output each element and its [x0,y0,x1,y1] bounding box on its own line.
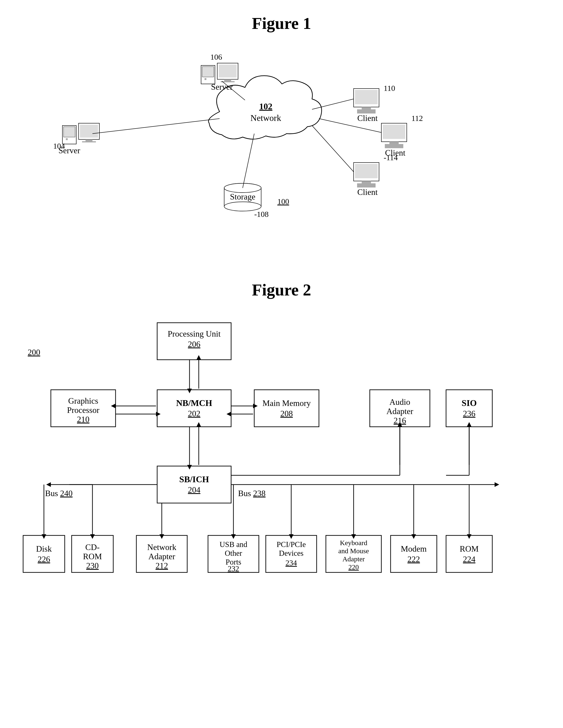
svg-rect-27 [355,90,378,104]
svg-rect-78 [157,466,231,503]
svg-rect-15 [219,65,237,77]
svg-text:ROM: ROM [460,544,479,553]
svg-text:102: 102 [259,101,272,111]
svg-text:and Mouse: and Mouse [338,547,369,555]
svg-line-56 [312,126,354,172]
svg-line-51 [92,119,220,134]
svg-text:224: 224 [463,555,475,564]
svg-text:100: 100 [277,197,289,206]
svg-text:Main Memory: Main Memory [263,399,311,408]
svg-text:Bus 240: Bus 240 [45,489,73,498]
svg-rect-38 [385,145,403,147]
svg-text:Adapter: Adapter [386,407,413,416]
svg-rect-46 [357,185,376,186]
svg-text:USB and: USB and [220,540,248,549]
svg-text:-108: -108 [254,210,269,218]
svg-rect-43 [355,164,378,178]
figure1-title: Figure 1 [0,0,563,42]
svg-rect-29 [357,109,376,111]
svg-point-22 [224,202,261,211]
svg-text:110: 110 [384,84,395,92]
svg-rect-6 [80,125,98,138]
svg-text:NB/MCH: NB/MCH [176,398,212,408]
svg-line-53 [243,134,254,188]
svg-text:226: 226 [38,555,50,564]
svg-rect-3 [64,127,75,137]
svg-text:Client: Client [357,187,378,197]
svg-rect-44 [362,181,371,183]
svg-text:Server: Server [211,82,233,92]
svg-rect-108 [391,535,437,572]
svg-rect-13 [205,78,206,80]
svg-rect-4 [66,138,68,140]
svg-rect-37 [385,144,403,145]
svg-text:Modem: Modem [401,544,427,553]
svg-text:200: 200 [28,348,40,357]
svg-text:232: 232 [228,565,239,573]
svg-text:204: 204 [188,485,200,495]
svg-rect-35 [383,125,405,139]
svg-rect-83 [23,535,65,572]
svg-text:208: 208 [280,409,293,418]
svg-rect-16 [224,79,231,81]
svg-text:234: 234 [285,559,297,567]
svg-text:220: 220 [349,563,359,571]
svg-text:SB/ICH: SB/ICH [179,474,209,484]
svg-text:Devices: Devices [279,549,303,557]
svg-text:Processing Unit: Processing Unit [168,329,221,338]
svg-rect-75 [446,390,492,427]
svg-rect-7 [86,139,92,141]
svg-text:Keyboard: Keyboard [340,539,367,547]
svg-text:212: 212 [156,561,168,570]
svg-text:Disk: Disk [36,544,52,553]
svg-text:Network: Network [147,543,176,552]
svg-text:236: 236 [463,409,475,418]
svg-rect-61 [157,390,231,427]
figure2-diagram: 200 Processing Unit 206 NB/MCH 202 Main … [0,309,563,609]
svg-rect-12 [202,67,214,77]
svg-text:PCI/PCIe: PCI/PCIe [277,540,306,549]
figure2-section: Figure 2 200 Processing Unit 206 NB/MCH … [0,262,563,609]
svg-text:Adapter: Adapter [148,552,175,561]
svg-text:210: 210 [77,415,89,424]
svg-text:Adapter: Adapter [343,555,365,563]
svg-text:SIO: SIO [462,398,477,408]
svg-text:Other: Other [225,549,242,557]
svg-text:Bus 238: Bus 238 [238,489,266,498]
svg-marker-144 [495,482,499,487]
svg-text:Audio: Audio [389,397,410,407]
svg-rect-45 [357,183,376,185]
figure2-title: Figure 2 [0,262,563,309]
svg-text:Graphics: Graphics [68,396,98,405]
svg-rect-28 [362,107,371,109]
svg-text:202: 202 [188,409,200,418]
svg-rect-111 [446,535,492,572]
svg-text:112: 112 [411,114,423,123]
svg-text:-114: -114 [384,153,398,162]
svg-text:106: 106 [210,53,222,61]
svg-text:230: 230 [86,561,99,570]
svg-text:Server: Server [58,146,80,155]
svg-text:ROM: ROM [83,552,102,561]
figure1-section: Figure 1 102 Network 104 Server [0,0,563,262]
svg-marker-135 [46,482,51,487]
svg-text:Processor: Processor [67,405,99,415]
svg-text:CD-: CD- [85,543,100,552]
svg-rect-8 [82,141,96,142]
svg-rect-64 [254,390,319,427]
svg-text:Storage: Storage [230,192,255,201]
svg-text:Network: Network [251,113,281,123]
svg-rect-30 [357,111,376,112]
figure1-diagram: 102 Network 104 Server 106 [0,42,563,262]
svg-text:Client: Client [357,114,378,123]
svg-text:206: 206 [188,340,200,349]
svg-text:222: 222 [407,555,420,564]
svg-rect-36 [389,142,399,144]
